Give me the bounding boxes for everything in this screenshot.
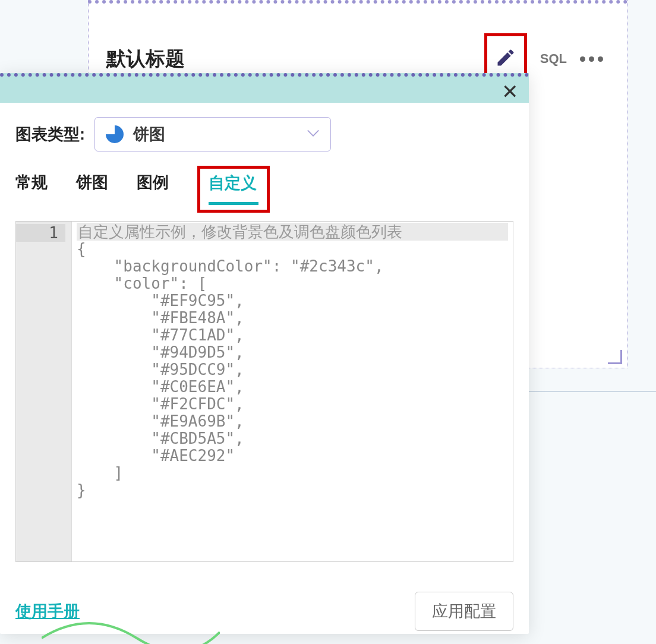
config-panel: ✕ 图表类型: 饼图 常规 饼图 图例 自定义 (0, 73, 529, 634)
code-area[interactable]: 自定义属性示例，修改背景色及调色盘颜色列表 { "backgroundColor… (72, 222, 513, 561)
chart-type-select[interactable]: 饼图 (94, 117, 331, 151)
divider (511, 391, 656, 392)
code-content: { "backgroundColor": "#2c343c", "color":… (77, 241, 508, 499)
manual-link[interactable]: 使用手册 (15, 601, 80, 622)
tab-custom-highlight-box: 自定义 (197, 166, 270, 213)
close-icon[interactable]: ✕ (502, 80, 518, 103)
tab-pie[interactable]: 饼图 (76, 169, 108, 201)
apply-button[interactable]: 应用配置 (415, 592, 513, 631)
tab-general[interactable]: 常规 (15, 169, 48, 201)
chart-type-label: 图表类型: (15, 124, 85, 145)
editor-gutter: 1 (16, 222, 72, 561)
more-icon[interactable] (580, 56, 603, 62)
card-title: 默认标题 (106, 46, 185, 72)
line-number: 1 (16, 224, 65, 242)
chart-type-select-value: 饼图 (106, 124, 165, 145)
config-tabs: 常规 饼图 图例 自定义 (15, 169, 513, 213)
tab-custom[interactable]: 自定义 (209, 170, 257, 194)
sql-button[interactable]: SQL (540, 51, 567, 67)
chart-type-row: 图表类型: 饼图 (15, 117, 513, 151)
tab-legend[interactable]: 图例 (137, 169, 169, 201)
tab-active-underline (209, 202, 258, 205)
panel-footer: 使用手册 应用配置 (0, 580, 529, 631)
code-editor[interactable]: 1 自定义属性示例，修改背景色及调色盘颜色列表 { "backgroundCol… (15, 221, 513, 562)
chevron-down-icon (307, 129, 320, 140)
panel-body: 图表类型: 饼图 常规 饼图 图例 自定义 1 (0, 103, 529, 580)
pie-chart-icon (106, 125, 124, 143)
pencil-icon[interactable] (495, 47, 516, 71)
chart-type-name: 饼图 (133, 124, 165, 145)
code-placeholder: 自定义属性示例，修改背景色及调色盘颜色列表 (77, 223, 508, 241)
resize-handle-icon[interactable] (608, 350, 622, 364)
panel-header: ✕ (0, 73, 529, 103)
